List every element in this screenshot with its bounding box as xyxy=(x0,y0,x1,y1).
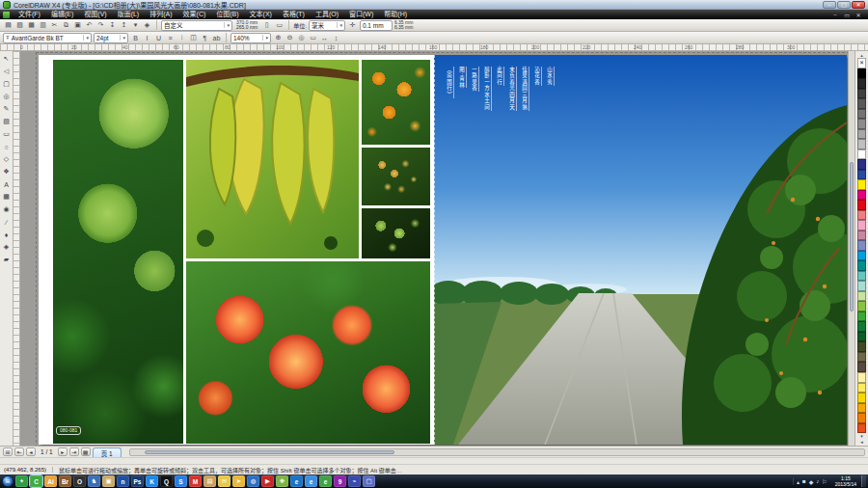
toolbox-tool[interactable]: ∕ xyxy=(1,216,13,228)
toolbox-tool[interactable]: ◈ xyxy=(1,241,13,253)
zoom-tool-icon[interactable]: ▭ xyxy=(308,33,318,43)
vertical-scroll-thumb[interactable] xyxy=(850,162,854,312)
taskbar-app-icon[interactable]: ➤ xyxy=(232,475,245,487)
taskbar-app-icon[interactable]: S xyxy=(175,475,187,487)
menu-item[interactable]: 文件(F) xyxy=(14,10,45,19)
taskbar-app-icon[interactable]: Ai xyxy=(44,475,57,487)
color-swatch[interactable] xyxy=(857,393,866,403)
nudge-field[interactable]: 0.1 mm xyxy=(360,20,393,31)
toolbox-tool[interactable]: ✎ xyxy=(1,103,13,115)
portrait-button[interactable]: ▯ xyxy=(261,20,272,31)
taskbar-app-icon[interactable]: n xyxy=(117,475,129,487)
page-nav-button[interactable]: ▸ xyxy=(58,447,68,456)
color-swatch[interactable] xyxy=(857,301,866,312)
zoom-tool-icon[interactable]: ⊕ xyxy=(273,33,284,43)
color-swatch[interactable] xyxy=(857,159,866,170)
toolbox-tool[interactable]: ◎ xyxy=(1,91,13,102)
color-swatch[interactable] xyxy=(857,240,866,251)
close-button[interactable]: ✕ xyxy=(852,1,865,9)
menu-item[interactable]: 版面(L) xyxy=(113,10,145,19)
taskbar-app-icon[interactable]: Br xyxy=(59,475,71,487)
toolbox-tool[interactable]: ♦ xyxy=(1,229,13,240)
photo-longans[interactable] xyxy=(362,148,430,205)
minimize-button[interactable]: – xyxy=(823,1,836,9)
tray-icon[interactable]: ⚐ xyxy=(822,478,827,485)
text-style-icon[interactable]: ◫ xyxy=(188,33,199,43)
taskbar-app-icon[interactable]: ✦ xyxy=(15,475,28,487)
page-nav-button[interactable]: ⇥ xyxy=(69,447,79,456)
font-size-select[interactable]: 24pt ▾ xyxy=(94,33,128,43)
tray-icon[interactable]: ▴ xyxy=(797,478,800,485)
color-swatch[interactable] xyxy=(857,109,866,120)
toolbar-icon[interactable]: ▾ xyxy=(130,20,141,31)
menu-item[interactable]: 视图(V) xyxy=(79,10,111,19)
color-swatch[interactable] xyxy=(857,98,866,109)
menu-item[interactable]: 排列(A) xyxy=(145,10,176,19)
color-swatch[interactable] xyxy=(857,372,866,383)
color-swatch[interactable] xyxy=(857,149,866,160)
menu-item[interactable]: 文本(X) xyxy=(245,10,277,19)
color-swatch[interactable] xyxy=(857,78,866,89)
text-style-icon[interactable]: U xyxy=(153,33,164,43)
menu-item[interactable]: 工具(O) xyxy=(311,10,343,19)
page-tab[interactable]: 页 1 xyxy=(93,447,122,458)
color-swatch[interactable] xyxy=(857,271,866,282)
menu-item[interactable]: 表格(T) xyxy=(278,10,310,19)
taskbar-app-icon[interactable]: ▶ xyxy=(261,475,274,487)
taskbar-app-icon[interactable]: ✉ xyxy=(218,475,231,487)
taskbar-app-icon[interactable]: O xyxy=(73,475,86,487)
text-style-icon[interactable]: I xyxy=(142,33,152,43)
menu-item[interactable]: 帮助(H) xyxy=(379,10,412,19)
color-swatch[interactable] xyxy=(857,321,866,332)
toolbox-tool[interactable]: ○ xyxy=(1,141,13,152)
color-swatch[interactable] xyxy=(857,179,866,190)
color-swatch[interactable] xyxy=(857,423,866,434)
color-swatch[interactable] xyxy=(857,362,866,372)
zoom-tool-icon[interactable]: ⊖ xyxy=(285,33,295,43)
menu-item[interactable]: 位图(B) xyxy=(211,10,243,19)
duplicate-distance[interactable]: 6.35 mm 6.35 mm xyxy=(394,20,413,31)
color-swatch[interactable] xyxy=(857,68,866,79)
text-style-icon[interactable]: B xyxy=(130,33,141,43)
tray-icon[interactable]: ♪ xyxy=(816,478,819,484)
color-swatch[interactable] xyxy=(857,230,866,241)
toolbar-icon[interactable]: ▤ xyxy=(3,20,14,31)
color-swatch[interactable] xyxy=(857,210,866,221)
paper-height-field[interactable]: 265.0 mm xyxy=(236,25,258,31)
zoom-tool-icon[interactable]: ↔ xyxy=(319,33,330,43)
photo-green-pomelo[interactable] xyxy=(53,60,183,444)
taskbar-app-icon[interactable]: Ps xyxy=(131,475,144,487)
color-swatch[interactable] xyxy=(857,281,866,291)
color-swatch[interactable] xyxy=(857,200,866,210)
color-swatch[interactable] xyxy=(857,251,866,261)
color-swatch[interactable] xyxy=(857,89,866,99)
toolbar-icon[interactable]: ↧ xyxy=(107,20,118,31)
color-swatch[interactable] xyxy=(857,139,866,149)
horizontal-ruler[interactable]: 0204060801001201401601802002202402602803… xyxy=(0,44,868,51)
toolbox-tool[interactable]: A xyxy=(1,178,13,190)
maximize-button[interactable]: ▢ xyxy=(837,1,851,9)
toolbox-tool[interactable]: ▨ xyxy=(1,116,13,127)
taskbar-app-icon[interactable]: ▤ xyxy=(203,475,216,487)
taskbar-app-icon[interactable]: e xyxy=(290,475,303,487)
toolbar-icon[interactable]: ▧ xyxy=(14,20,25,31)
horizontal-scroll-thumb[interactable] xyxy=(145,450,394,454)
page-nav-button[interactable]: ◂ xyxy=(26,447,36,456)
menu-item[interactable]: 编辑(E) xyxy=(46,10,78,19)
color-swatch[interactable] xyxy=(857,403,866,414)
zoom-tool-icon[interactable]: ↕ xyxy=(331,33,341,43)
page-nav-button[interactable]: ⇤ xyxy=(14,447,24,456)
toolbox-tool[interactable]: ❖ xyxy=(1,166,13,177)
taskbar-app-icon[interactable]: 9 xyxy=(334,475,346,487)
tray-icon[interactable]: ◆ xyxy=(809,478,814,485)
toolbox-tool[interactable]: ◇ xyxy=(1,153,13,165)
toolbox-tool[interactable]: ↖ xyxy=(1,53,13,65)
page-nav-button[interactable]: ▦ xyxy=(81,447,91,456)
color-swatch[interactable] xyxy=(857,312,866,322)
font-family-select[interactable]: Ŧ AvantGarde Bk BT ▾ xyxy=(3,33,92,43)
paper-dimensions[interactable]: 370.0 mm 265.0 mm xyxy=(234,20,259,31)
poem-vertical-text[interactable]: 山水秀沁花香佳果满园三月熟未负春光四月天此间行醉卧一方水土间一路果香图·青林（南… xyxy=(446,67,555,182)
taskbar-app-icon[interactable]: ♞ xyxy=(88,475,100,487)
duplicate-y-field[interactable]: 6.35 mm xyxy=(394,25,413,31)
paper-preset-select[interactable]: 自定义 ▾ xyxy=(161,20,232,31)
